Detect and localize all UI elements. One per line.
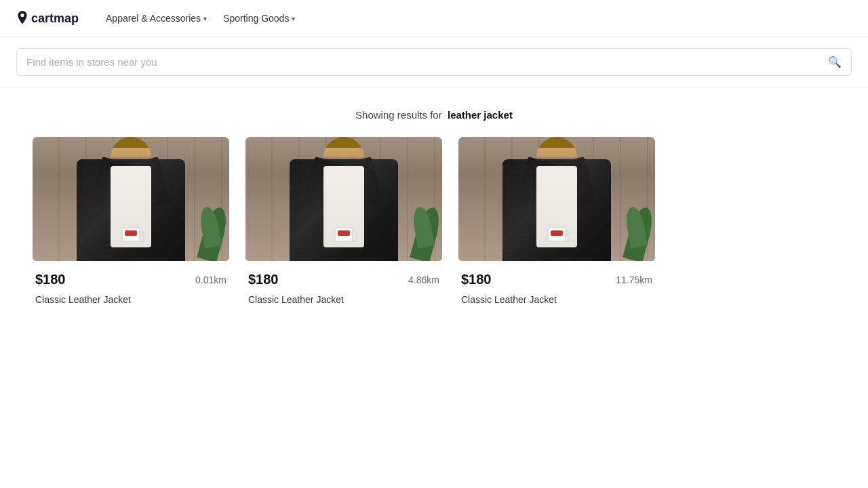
nav-apparel-label: Apparel & Accessories	[106, 13, 201, 24]
product-distance: 4.86km	[408, 274, 439, 285]
product-meta: $180 0.01km	[35, 272, 226, 287]
product-name: Classic Leather Jacket	[35, 294, 226, 305]
plant-decoration	[190, 193, 224, 261]
product-distance: 0.01km	[195, 274, 226, 285]
results-query: leather jacket	[448, 109, 513, 121]
product-info: $180 4.86km Classic Leather Jacket	[245, 261, 442, 310]
product-name: Classic Leather Jacket	[461, 294, 652, 305]
search-bar: 🔍	[16, 48, 852, 76]
logo[interactable]: cartmap	[16, 11, 79, 26]
search-icon[interactable]: 🔍	[828, 56, 842, 68]
product-price: $180	[248, 272, 279, 287]
product-price: $180	[461, 272, 492, 287]
search-input[interactable]	[26, 56, 828, 68]
search-bar-container: 🔍	[0, 37, 868, 87]
logo-text: cartmap	[31, 12, 79, 26]
product-distance: 11.75km	[616, 274, 652, 285]
header: cartmap Apparel & Accessories ▾ Sporting…	[0, 0, 868, 37]
nav-item-sporting[interactable]: Sporting Goods ▾	[218, 9, 300, 28]
nav-sporting-label: Sporting Goods	[223, 13, 289, 24]
svg-point-0	[20, 14, 24, 17]
product-price: $180	[35, 272, 66, 287]
product-info: $180 11.75km Classic Leather Jacket	[458, 261, 655, 310]
product-image	[245, 137, 442, 261]
product-info: $180 0.01km Classic Leather Jacket	[33, 261, 229, 310]
product-grid: $180 0.01km Classic Leather Jacket	[0, 137, 868, 343]
main-nav: Apparel & Accessories ▾ Sporting Goods ▾	[100, 9, 300, 28]
product-meta: $180 4.86km	[248, 272, 439, 287]
product-card[interactable]: $180 11.75km Classic Leather Jacket	[458, 137, 655, 310]
results-heading: Showing results for leather jacket	[0, 87, 868, 137]
product-image	[33, 137, 229, 261]
product-name: Classic Leather Jacket	[248, 294, 439, 305]
plant-decoration	[616, 193, 650, 261]
results-prefix: Showing results for	[355, 109, 442, 121]
chevron-down-icon: ▾	[292, 15, 295, 22]
plant-decoration	[403, 193, 437, 261]
product-image	[458, 137, 655, 261]
product-card[interactable]: $180 0.01km Classic Leather Jacket	[33, 137, 229, 310]
nav-item-apparel[interactable]: Apparel & Accessories ▾	[100, 9, 212, 28]
logo-pin-icon	[16, 11, 28, 26]
product-card[interactable]: $180 4.86km Classic Leather Jacket	[245, 137, 442, 310]
product-meta: $180 11.75km	[461, 272, 652, 287]
chevron-down-icon: ▾	[203, 15, 207, 22]
